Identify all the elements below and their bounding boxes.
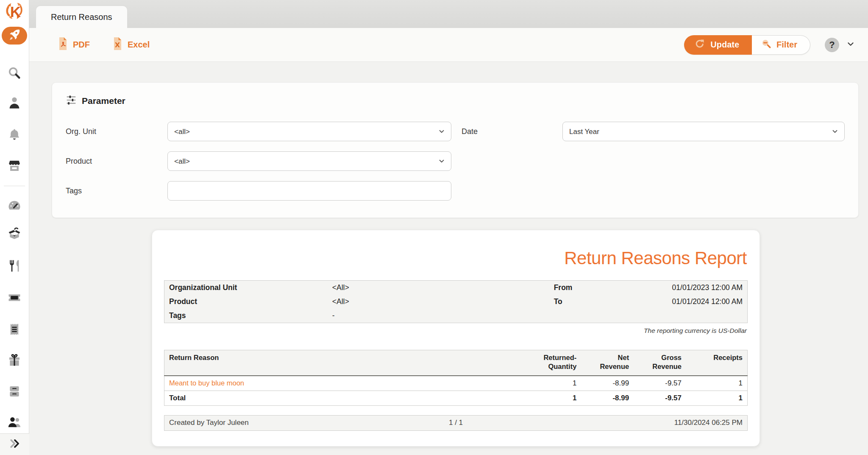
drawers-icon [7,384,22,400]
person-icon [7,96,22,112]
column-header: Returned- Quantity [503,350,581,376]
org-unit-select-wrap: <all> [167,122,451,141]
help-menu-toggle[interactable] [846,39,855,50]
return-reason-link[interactable]: Meant to buy blue moon [169,379,244,387]
table-cell: Total [164,391,503,405]
sidebar-item-gifts[interactable] [2,353,27,370]
table-cell: -9.57 [634,391,686,405]
chevron-down-icon [846,39,855,50]
open-box-icon [7,226,22,243]
info-label: Product [164,295,328,309]
sidebar-item-store[interactable] [2,158,27,175]
parameter-panel: Parameter Org. Unit <all> Date [52,82,859,218]
tags-input-wrap [167,181,451,201]
column-header: Net Revenue [581,350,634,376]
export-pdf-label: PDF [73,40,90,50]
table-cell: -9.57 [634,376,686,391]
report-footer: Created by Taylor Juleen 1 / 1 11/30/202… [164,415,748,431]
utensils-icon [7,259,22,275]
table-cell: 1 [503,391,581,405]
table-total-row: Total 1 -8.99 -9.57 1 [164,391,748,405]
brand-logo-icon: K [4,2,25,22]
table-row: Meant to buy blue moon 1 -8.99 -9.57 1 [164,376,748,391]
gauge-icon [7,198,22,215]
info-label: Organizational Unit [164,281,328,295]
parameter-header: Parameter [66,95,845,107]
question-mark-icon: ? [829,39,835,50]
tags-input[interactable] [167,181,451,201]
users-icon [7,415,22,431]
report-info-table: Organizational Unit <All> From 01/01/202… [164,280,748,323]
info-value: <All> [328,281,549,295]
table-cell: 1 [686,391,748,405]
tags-label: Tags [66,187,167,195]
pdf-file-icon [57,37,69,53]
sidebar: K [0,0,29,455]
info-value: <All> [328,295,549,309]
sidebar-item-search[interactable] [2,65,27,82]
table-cell: -8.99 [581,376,634,391]
org-unit-select[interactable]: <all> [167,122,451,141]
date-select[interactable]: Last Year [562,122,845,141]
sidebar-item-products[interactable] [2,226,27,243]
info-value: 01/01/2023 12:00 AM [607,281,747,295]
product-select-wrap: <all> [167,151,451,171]
store-icon [7,159,22,175]
sidebar-item-restaurant[interactable] [2,258,27,275]
bell-icon [7,128,22,144]
info-value: 01/01/2024 12:00 AM [607,295,747,309]
update-button[interactable]: Update [684,35,752,55]
export-excel-label: Excel [128,40,150,50]
update-label: Update [710,40,739,50]
sidebar-item-dashboard[interactable] [2,198,27,215]
refresh-icon [694,38,705,51]
sidebar-item-archive[interactable] [2,384,27,401]
receipt-icon [7,322,22,338]
zoom-out-icon [760,38,772,52]
org-unit-label: Org. Unit [66,127,167,136]
help-button[interactable]: ? [825,38,839,52]
main-area: Return Reasons PDF [29,0,868,455]
toolbar: PDF Excel [29,28,868,62]
sliders-icon [66,95,77,107]
product-select[interactable]: <all> [167,151,451,171]
report-card: Return Reasons Report Organizational Uni… [152,230,760,447]
tab-return-reasons[interactable]: Return Reasons [36,6,127,28]
sidebar-item-staff[interactable] [2,415,27,432]
tab-label: Return Reasons [51,12,112,22]
table-header-row: Return Reason Returned- Quantity Net Rev… [164,350,748,376]
info-label: To [549,295,608,309]
info-label [549,309,608,323]
double-chevron-right-icon [8,437,22,452]
sidebar-item-receipts[interactable] [2,322,27,339]
sidebar-expand-button[interactable] [0,433,29,455]
sidebar-item-launchpad[interactable] [2,27,27,45]
sidebar-item-tickets[interactable] [2,290,27,307]
report-title: Return Reasons Report [164,248,747,268]
sidebar-item-notifications[interactable] [2,127,27,144]
app-logo[interactable]: K [2,3,27,20]
gift-icon [7,353,22,369]
table-cell: 1 [503,376,581,391]
excel-file-icon [112,37,123,53]
product-label: Product [66,157,167,166]
table-row: Product <All> To 01/01/2024 12:00 AM [164,295,748,309]
filter-button[interactable]: Filter [752,35,810,55]
created-by: Created by Taylor Juleen [169,419,360,427]
toolbar-right: Update Filter ? [684,35,855,55]
column-header: Gross Revenue [634,350,686,376]
parameter-form: Org. Unit <all> Date Last Year [66,122,845,201]
table-cell: -8.99 [581,391,634,405]
export-excel-button[interactable]: Excel [112,37,150,53]
tab-bar: Return Reasons [29,0,868,28]
sidebar-item-customers[interactable] [2,95,27,112]
info-label: Tags [164,309,328,323]
export-pdf-button[interactable]: PDF [57,37,90,53]
content-area: Parameter Org. Unit <all> Date [29,62,868,455]
update-filter-group: Update Filter [684,35,810,55]
filter-label: Filter [776,40,797,50]
currency-note: The reporting currency is US-Dollar [164,327,747,335]
column-header: Receipts [686,350,748,376]
ticket-icon [7,290,22,307]
sidebar-divider [4,186,25,186]
